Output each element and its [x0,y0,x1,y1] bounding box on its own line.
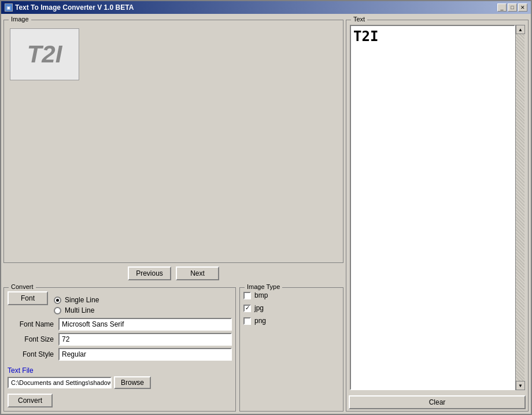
single-line-row: Single Line [54,296,99,304]
scroll-down-button[interactable]: ▼ [516,381,525,390]
font-and-radio: Font Single Line Multi Line [8,291,232,314]
image-type-box: Image Type bmp jpg png [239,287,343,412]
left-panel: Image T2I Previous Next Convert Font [1,14,346,414]
title-bar-left: ▣ Text To Image Converter V 1.0 BETA [5,3,134,12]
jpg-label: jpg [254,304,264,312]
close-button[interactable]: ✕ [518,3,527,12]
bmp-label: bmp [254,291,268,299]
browse-button[interactable]: Browse [114,376,151,389]
png-checkbox[interactable] [243,317,251,325]
bmp-checkbox[interactable] [243,292,251,299]
title-bar: ▣ Text To Image Converter V 1.0 BETA _ □… [1,1,531,14]
multi-line-row: Multi Line [54,306,99,314]
minimize-button[interactable]: _ [497,3,507,12]
text-file-path: C:\Documents and Settings\shadow\My Docu… [8,377,112,388]
nav-buttons: Previous Next [3,263,343,284]
text-area-wrapper: T2I ▲ ▼ [346,20,528,394]
image-type-label: Image Type [245,283,282,290]
main-content: Image T2I Previous Next Convert Font [1,14,531,414]
text-groupbox: Text T2I ▲ ▼ Clear [346,20,529,412]
multi-line-radio[interactable] [54,307,61,314]
text-file-section: Text File C:\Documents and Settings\shad… [8,366,232,389]
maximize-button[interactable]: □ [508,3,517,12]
app-icon: ▣ [5,3,13,12]
clear-button[interactable]: Clear [349,395,526,409]
single-line-label: Single Line [65,296,99,304]
jpg-row: jpg [243,304,339,312]
png-row: png [243,317,339,325]
single-line-radio[interactable] [54,297,61,304]
font-name-input[interactable] [58,318,232,331]
preview-text: T2I [27,40,62,68]
image-groupbox: Image T2I [3,20,343,263]
scroll-track [516,34,524,381]
font-button[interactable]: Font [8,291,48,305]
right-panel: Text T2I ▲ ▼ Clear [346,14,531,414]
clear-btn-row: Clear [346,394,528,411]
next-button[interactable]: Next [176,266,219,280]
font-style-input[interactable] [58,348,232,361]
previous-button[interactable]: Previous [128,266,171,280]
scroll-up-button[interactable]: ▲ [516,25,525,34]
multi-line-label: Multi Line [65,306,94,314]
text-file-row: C:\Documents and Settings\shadow\My Docu… [8,376,232,389]
font-fields: Font Name Font Size Font Style [8,318,232,361]
window-title: Text To Image Converter V 1.0 BETA [15,3,134,12]
convert-button[interactable]: Convert [8,394,53,407]
radio-group: Single Line Multi Line [54,296,99,314]
text-scrollbar[interactable]: ▲ ▼ [515,25,524,390]
png-label: png [254,317,266,325]
text-input[interactable]: T2I [350,25,515,390]
main-window: ▣ Text To Image Converter V 1.0 BETA _ □… [0,0,532,415]
jpg-checkbox[interactable] [243,305,251,312]
font-name-label: Font Name [8,320,54,328]
text-file-label: Text File [8,366,232,375]
bottom-section: Convert Font Single Line Multi Line [3,284,343,412]
font-style-label: Font Style [8,350,54,358]
title-buttons: _ □ ✕ [497,3,527,12]
bmp-row: bmp [243,291,339,299]
convert-box: Convert Font Single Line Multi Line [3,287,236,412]
text-group-label: Text [351,16,367,23]
convert-group-label: Convert [9,283,36,290]
image-area: T2I [8,26,339,259]
convert-btn-row: Convert [8,394,232,407]
image-preview: T2I [10,28,79,80]
font-size-input[interactable] [58,333,232,346]
image-group-label: Image [9,16,31,23]
font-size-label: Font Size [8,335,54,343]
